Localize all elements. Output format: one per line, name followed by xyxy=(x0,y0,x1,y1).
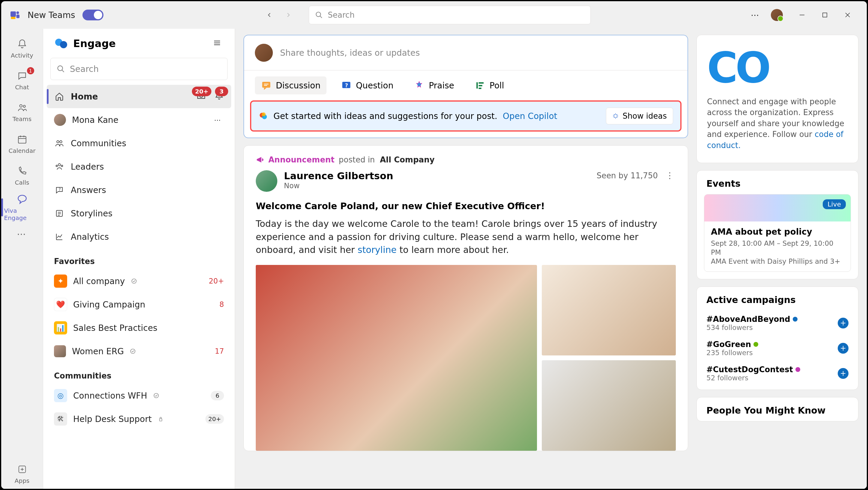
rail-overflow[interactable]: ⋯ xyxy=(4,224,40,243)
rail-viva-label: Viva Engage xyxy=(4,207,40,222)
tab-question[interactable]: ? Question xyxy=(335,76,399,94)
title-more-button[interactable]: ⋯ xyxy=(748,8,763,23)
rail-calendar[interactable]: Calendar xyxy=(4,129,40,159)
ellipsis-icon: ⋯ xyxy=(16,228,28,240)
open-copilot-link[interactable]: Open Copilot xyxy=(503,111,557,121)
follow-campaign-button[interactable]: + xyxy=(838,318,848,328)
author-avatar[interactable] xyxy=(256,170,277,192)
current-user-avatar[interactable] xyxy=(771,9,783,21)
favorite-sales-best-practices[interactable]: 📊 Sales Best Practices xyxy=(47,316,231,339)
campaign-tag: #AboveAndBeyond xyxy=(706,315,790,324)
favorite-women-erg[interactable]: Women ERG 17 xyxy=(47,339,231,363)
notifications-indicator[interactable]: 3 xyxy=(214,91,224,102)
rail-apps[interactable]: Apps xyxy=(4,459,40,489)
verified-dot-icon xyxy=(796,367,800,372)
post-composer: Share thoughts, ideas or updates Discuss… xyxy=(244,35,688,138)
tab-praise[interactable]: Praise xyxy=(408,76,460,94)
nav-answers-label: Answers xyxy=(71,185,106,195)
svg-point-10 xyxy=(20,105,22,107)
favorite-all-company[interactable]: ✦ All company 20+ xyxy=(47,269,231,293)
svg-marker-41 xyxy=(264,88,267,90)
campaign-above-and-beyond[interactable]: #AboveAndBeyond 534 followers + xyxy=(697,311,858,336)
nav-storylines[interactable]: Storylines xyxy=(47,202,231,225)
svg-rect-0 xyxy=(10,11,16,17)
window-close-button[interactable] xyxy=(837,8,859,22)
new-teams-toggle[interactable] xyxy=(83,9,103,21)
inbox-indicator[interactable]: 20+ xyxy=(196,91,206,102)
post-more-button[interactable]: ⋮ xyxy=(664,170,676,181)
nav-storylines-label: Storylines xyxy=(71,208,113,219)
campaign-tag: #GoGreen xyxy=(706,340,751,349)
rail-teams[interactable]: Teams xyxy=(4,97,40,127)
chat-icon xyxy=(16,70,28,82)
show-ideas-button[interactable]: Show ideas xyxy=(606,107,673,124)
lock-icon xyxy=(158,416,164,422)
event-item[interactable]: Live AMA about pet policy Sept 28, 10:00… xyxy=(704,194,851,272)
window-minimize-button[interactable] xyxy=(791,8,813,22)
rail-activity[interactable]: Activity xyxy=(4,34,40,64)
community-label: Connections WFH xyxy=(73,391,147,401)
events-card: Events Live AMA about pet policy Sept 28… xyxy=(696,170,859,279)
event-banner: Live xyxy=(704,195,850,222)
calendar-icon xyxy=(16,133,28,145)
campaign-go-green[interactable]: #GoGreen 235 followers + xyxy=(697,336,858,361)
engage-title: Engage xyxy=(73,37,116,50)
event-host: AMA Event with Daisy Phillips and 3+ xyxy=(711,257,844,266)
rail-calls[interactable]: Calls xyxy=(4,161,40,191)
chat-badge: 1 xyxy=(27,67,34,74)
nav-back-button[interactable] xyxy=(261,7,278,23)
favorite-giving-campaign[interactable]: ❤️ Giving Campaign 8 xyxy=(47,293,231,316)
window-maximize-button[interactable] xyxy=(814,8,836,22)
nav-communities[interactable]: Communities xyxy=(47,132,231,155)
author-name[interactable]: Laurence Gilbertson xyxy=(284,170,393,182)
search-icon xyxy=(57,65,65,73)
seen-by-count[interactable]: Seen by 11,750 xyxy=(597,171,658,180)
post-destination[interactable]: All Company xyxy=(380,155,435,164)
people-heading: People You Might Know xyxy=(697,397,858,421)
panel-hamburger-button[interactable] xyxy=(210,36,224,51)
communities-icon xyxy=(54,138,65,149)
nav-answers[interactable]: ? Answers xyxy=(47,178,231,202)
campaign-tag: #CutestDogContest xyxy=(706,365,793,374)
nav-home[interactable]: Home 20+ 3 xyxy=(47,85,231,108)
rail-viva-engage[interactable]: Viva Engage xyxy=(4,192,40,222)
campaigns-heading: Active campaigns xyxy=(697,287,858,311)
nav-forward-button[interactable] xyxy=(280,7,297,23)
engage-logo-icon xyxy=(54,36,68,51)
rail-chat[interactable]: 1 Chat xyxy=(4,65,40,95)
follow-campaign-button[interactable]: + xyxy=(838,368,848,379)
post-image-2[interactable] xyxy=(542,265,676,355)
posted-in-label: posted in xyxy=(339,155,375,164)
tab-poll[interactable]: Poll xyxy=(469,76,510,94)
verified-icon xyxy=(130,348,136,354)
global-search-input[interactable]: Search xyxy=(309,6,591,24)
svg-point-37 xyxy=(131,349,135,354)
post-image-1[interactable] xyxy=(256,265,537,451)
nav-analytics[interactable]: Analytics xyxy=(47,225,231,249)
composer-input[interactable]: Share thoughts, ideas or updates xyxy=(244,35,687,70)
storyline-link[interactable]: storyline xyxy=(358,244,397,255)
community-help-desk[interactable]: 🛠 Help Desk Support 20+ xyxy=(47,407,231,431)
nav-user-profile[interactable]: Mona Kane ⋯ xyxy=(47,108,231,132)
chart-icon: 📊 xyxy=(54,321,67,334)
tab-label: Poll xyxy=(490,80,504,91)
follow-campaign-button[interactable]: + xyxy=(838,343,848,354)
svg-point-26 xyxy=(57,140,59,143)
verified-icon xyxy=(131,278,137,284)
user-more-button[interactable]: ⋯ xyxy=(212,114,224,126)
engage-search-input[interactable]: Search xyxy=(50,58,227,80)
community-label: Help Desk Support xyxy=(73,414,152,424)
nav-communities-label: Communities xyxy=(71,138,126,149)
inbox-badge: 20+ xyxy=(192,87,211,96)
copilot-suggestion-bar: Get started with ideas and suggestions f… xyxy=(250,100,682,132)
nav-leaders[interactable]: Leaders xyxy=(47,155,231,178)
engage-search-placeholder: Search xyxy=(70,64,99,74)
community-connections-wfh[interactable]: ◎ Connections WFH 6 xyxy=(47,384,231,407)
post-image-3[interactable] xyxy=(542,360,676,451)
campaign-followers: 534 followers xyxy=(706,324,833,331)
rail-calendar-label: Calendar xyxy=(9,147,36,154)
poll-icon xyxy=(475,80,486,91)
tab-discussion[interactable]: Discussion xyxy=(255,76,327,94)
copilot-text: Get started with ideas and suggestions f… xyxy=(274,111,497,121)
campaign-cutest-dog[interactable]: #CutestDogContest 52 followers + xyxy=(697,361,858,386)
